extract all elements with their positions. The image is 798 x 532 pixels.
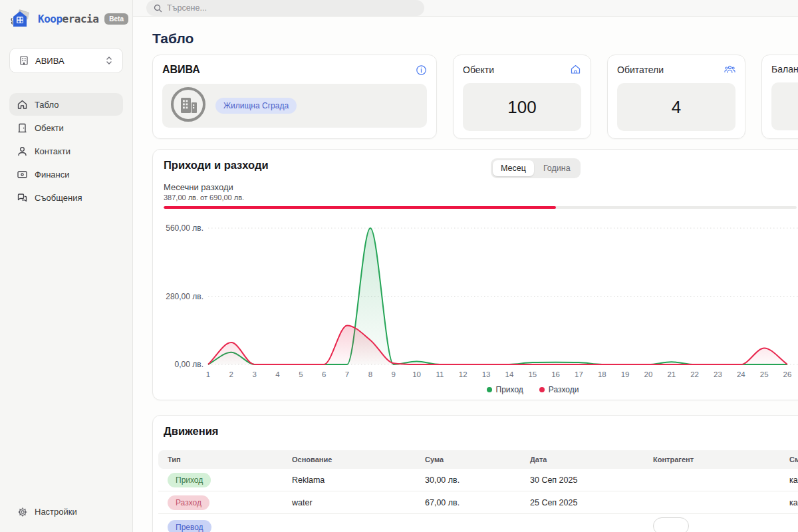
gear-icon [17,506,28,517]
amount-cell: 30,00 лв. [425,475,530,485]
table-row[interactable]: Приход Reklama 30,00 лв. 30 Сеп 2025 кас… [158,469,798,491]
account-cell: каса [789,498,798,507]
monthly-budget: Месечни разходи 387,00 лв. от 690,00 лв. [164,182,798,209]
svg-text:19: 19 [621,370,630,378]
chat-icon [17,192,28,203]
chart-title: Приходи и разходи [164,159,798,172]
toggle-month[interactable]: Месец [493,160,534,176]
org-selector[interactable]: АВИВА [9,48,123,73]
search-box[interactable] [146,0,424,16]
movements-title: Движения [153,425,798,438]
topbar [133,0,798,17]
legend-expenses-dot [539,387,545,392]
settings-label: Настройки [35,507,77,517]
sidebar-item-dashboard[interactable]: Табло [9,93,123,116]
home-icon [570,64,581,75]
brand-name: Kooperacia [38,13,98,25]
svg-text:20: 20 [644,370,653,378]
svg-text:1: 1 [206,370,210,378]
basis-cell: water [292,498,425,507]
sidebar-item-contacts[interactable]: Контакти [9,140,123,162]
door-icon [17,122,28,134]
svg-text:24: 24 [737,370,745,378]
table-header-row: Тип Основание Сума Дата Контрагент Сметк… [158,450,798,469]
stats-cards-row: АВИВА [152,55,798,139]
counterparty-chip[interactable] [653,517,689,532]
svg-text:21: 21 [667,370,676,378]
sidebar-spacer [9,209,123,506]
svg-text:13: 13 [482,370,491,378]
table-row[interactable]: Разход water 67,00 лв. 25 Сеп 2025 каса [158,491,798,514]
type-badge: Разход [168,495,209,510]
main-area: Табло АВИВА [133,0,798,532]
type-badge: Превод [168,520,211,532]
svg-text:5: 5 [299,370,303,378]
sidebar-item-objects[interactable]: Обекти [9,116,123,139]
svg-text:9: 9 [391,370,395,378]
movements-card: Движения Тип Основание Сума Дата Контраг… [152,415,798,532]
chevron-up-down-icon [103,55,114,66]
beta-badge: Beta [104,13,128,25]
svg-text:23: 23 [714,370,722,378]
budget-progress-fill [164,206,556,209]
sidebar-item-messages[interactable]: Съобщения [9,186,123,209]
objects-count: 100 [507,97,536,118]
budget-progress-track [164,206,797,209]
col-date: Дата [530,456,653,464]
sidebar-item-label: Контакти [35,146,70,156]
home-icon [17,99,28,110]
building-avatar [170,86,206,125]
chart-legend: Приход Разходи [164,385,798,394]
building-icon [18,55,29,66]
date-cell: 30 Сеп 2025 [530,475,653,485]
svg-text:14: 14 [505,370,514,378]
svg-text:15: 15 [528,370,537,378]
search-input[interactable] [167,3,417,13]
balance-value-box [771,82,798,130]
sidebar-nav: Табло Обекти Контакти [9,93,123,209]
type-badge: Приход [168,473,211,487]
objects-card-title: Обекти [463,65,494,75]
objects-card: Обекти 100 [453,55,591,139]
people-icon [724,64,735,75]
col-counterparty: Контрагент [653,456,789,464]
amount-cell: 67,00 лв. [425,498,530,507]
sidebar-item-settings[interactable]: Настройки [9,506,123,517]
legend-income: Приход [487,385,523,394]
income-expenses-chart: 0,00 лв.280,00 лв.560,00 лв.123456789101… [164,220,798,383]
sidebar-item-label: Табло [35,100,59,110]
sidebar-item-label: Обекти [35,123,64,133]
page-content: Табло АВИВА [133,17,798,532]
account-cell: каса [789,475,798,485]
page-title: Табло [152,31,798,47]
svg-text:16: 16 [551,370,560,378]
residents-card-title: Обитатели [617,65,664,75]
table-row[interactable]: Превод [158,514,798,532]
svg-text:4: 4 [275,370,280,378]
svg-text:2: 2 [229,370,233,378]
info-icon[interactable] [416,65,427,76]
search-icon [154,4,162,13]
svg-text:12: 12 [459,370,467,378]
residents-count: 4 [672,97,681,118]
svg-text:11: 11 [436,370,444,378]
credit-card-icon [17,169,28,180]
toggle-year[interactable]: Година [535,160,579,176]
svg-text:280,00 лв.: 280,00 лв. [166,292,203,301]
sidebar-item-finances[interactable]: Финанси [9,163,123,186]
org-selector-label: АВИВА [35,56,97,66]
svg-text:6: 6 [322,370,326,378]
col-type: Тип [168,456,292,464]
balance-card: Баланс [761,55,798,139]
income-expenses-card: Приходи и разходи Месец Година Месечни р… [152,149,798,400]
objects-value-box: 100 [463,83,581,131]
sidebar: Kooperacia Beta АВИВА [0,0,133,532]
svg-text:7: 7 [345,370,349,378]
balance-card-title: Баланс [771,64,798,74]
date-cell: 25 Сеп 2025 [530,498,653,507]
col-amount: Сума [425,456,530,464]
app-root: Kooperacia Beta АВИВА [0,0,798,532]
building-summary-box: Жилищна Сграда [162,84,427,128]
kooperacia-logo-icon [11,8,33,29]
legend-expenses: Разходи [539,385,579,394]
